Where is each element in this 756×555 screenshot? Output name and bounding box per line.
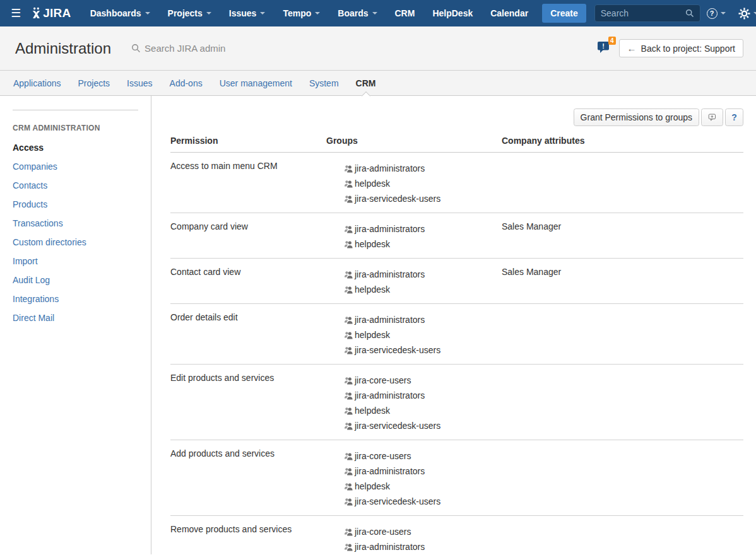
help-button[interactable]: ?	[725, 108, 743, 126]
sidebar-item-products[interactable]: Products	[13, 195, 138, 214]
group-icon	[344, 225, 353, 234]
sidebar-item-audit-log[interactable]: Audit Log	[13, 271, 138, 289]
nav-item-label: Projects	[168, 8, 203, 18]
table-row: Company card viewjira-administratorshelp…	[170, 213, 743, 259]
group-icon	[344, 467, 353, 476]
nav-item-dashboards[interactable]: Dashboards	[81, 0, 159, 26]
group-icon	[344, 527, 353, 537]
tab-applications[interactable]: Applications	[13, 78, 61, 88]
group-item: jira-administrators	[326, 464, 502, 479]
group-icon	[344, 421, 353, 431]
navbar-search[interactable]	[594, 4, 700, 22]
column-header-company-attributes: Company attributes	[502, 132, 743, 153]
hamburger-icon[interactable]: ☰	[0, 0, 31, 26]
create-button[interactable]: Create	[542, 4, 586, 23]
group-name: jira-administrators	[355, 269, 425, 279]
group-item: helpdesk	[326, 282, 502, 297]
sidebar-item-import[interactable]: Import	[13, 252, 138, 271]
groups-cell: jira-core-usersjira-administratorshelpde…	[326, 365, 502, 440]
group-item: jira-core-users	[326, 524, 502, 539]
nav-item-crm[interactable]: CRM	[386, 0, 424, 26]
jira-logo-mark-icon	[31, 7, 42, 20]
left-arrow-icon: ←	[627, 43, 637, 54]
permissions-table: Permission Groups Company attributes Acc…	[170, 132, 743, 555]
sidebar-item-transactions[interactable]: Transactions	[13, 214, 138, 233]
back-to-project-label: Back to project: Support	[641, 44, 735, 54]
company-attributes-cell	[502, 440, 743, 516]
group-name: jira-servicedesk-users	[355, 345, 440, 355]
tab-add-ons[interactable]: Add-ons	[170, 78, 203, 88]
group-name: jira-servicedesk-users	[355, 496, 440, 506]
group-icon	[344, 391, 353, 400]
sidebar-item-access[interactable]: Access	[13, 138, 138, 157]
tab-projects[interactable]: Projects	[78, 78, 110, 88]
gear-icon	[738, 8, 750, 20]
svg-text:!: !	[602, 42, 605, 50]
caret-down-icon	[315, 12, 320, 15]
group-item: helpdesk	[326, 176, 502, 191]
group-item: helpdesk	[326, 237, 502, 252]
groups-cell: jira-core-usersjira-administratorshelpde…	[326, 516, 502, 555]
navbar-menu: DashboardsProjectsIssuesTempoBoardsCRMHe…	[81, 0, 537, 26]
company-attributes-cell: Sales Manager	[502, 259, 743, 304]
permission-cell: Remove products and services	[170, 516, 326, 555]
group-name: helpdesk	[355, 284, 390, 295]
permission-cell: Contact card view	[170, 259, 326, 304]
sidebar-item-custom-directories[interactable]: Custom directories	[13, 233, 138, 252]
caret-down-icon	[145, 12, 150, 15]
admin-search-input[interactable]	[145, 43, 346, 54]
group-item: jira-servicedesk-users	[326, 494, 502, 509]
table-row: Edit products and servicesjira-core-user…	[170, 365, 743, 440]
group-name: jira-administrators	[355, 390, 425, 400]
back-to-project-button[interactable]: ← Back to project: Support	[619, 39, 743, 57]
search-icon	[131, 44, 141, 53]
tab-system[interactable]: System	[309, 78, 339, 88]
permission-cell: Order details edit	[170, 304, 326, 365]
group-name: jira-servicedesk-users	[355, 421, 440, 431]
jira-logo-text: JIRA	[43, 6, 71, 20]
group-icon	[344, 542, 353, 552]
nav-item-issues[interactable]: Issues	[220, 0, 275, 26]
group-name: helpdesk	[355, 239, 390, 249]
admin-search[interactable]	[131, 43, 597, 54]
group-item: jira-servicedesk-users	[326, 418, 502, 433]
nav-item-projects[interactable]: Projects	[159, 0, 220, 26]
caret-down-icon	[753, 12, 756, 15]
group-icon	[344, 179, 353, 189]
help-menu[interactable]: ?	[700, 8, 732, 19]
table-row: Order details editjira-administratorshel…	[170, 304, 743, 365]
nav-item-tempo[interactable]: Tempo	[274, 0, 329, 26]
tab-user-management[interactable]: User management	[220, 78, 292, 88]
sidebar-item-companies[interactable]: Companies	[13, 157, 138, 176]
sidebar-item-contacts[interactable]: Contacts	[13, 176, 138, 195]
nav-item-label: Boards	[338, 8, 368, 18]
nav-item-label: Dashboards	[90, 8, 141, 18]
nav-item-label: Issues	[229, 8, 257, 18]
sidebar-item-integrations[interactable]: Integrations	[13, 289, 138, 308]
nav-item-label: Tempo	[283, 8, 311, 18]
tab-crm[interactable]: CRM	[356, 78, 376, 88]
group-icon	[344, 482, 353, 491]
nav-item-boards[interactable]: Boards	[329, 0, 386, 26]
page-title: Administration	[15, 40, 111, 57]
grant-permissions-button[interactable]: Grant Permissions to groups	[574, 108, 699, 126]
groups-cell: jira-administratorshelpdeskjira-serviced…	[326, 304, 502, 365]
nav-item-calendar[interactable]: Calendar	[481, 0, 537, 26]
group-name: helpdesk	[355, 330, 390, 340]
sidebar-heading: CRM ADMINISTRATION	[13, 124, 138, 132]
group-name: jira-administrators	[355, 224, 425, 234]
notification-bubble-icon[interactable]: ! 4	[597, 40, 611, 56]
feedback-bubble-plus-button[interactable]	[701, 108, 723, 126]
group-icon	[344, 497, 353, 506]
notification-count-badge: 4	[608, 37, 616, 45]
settings-menu[interactable]	[732, 8, 756, 20]
group-name: jira-core-users	[355, 375, 411, 385]
caret-down-icon	[260, 12, 265, 15]
jira-logo[interactable]: JIRA	[31, 6, 71, 20]
navbar-search-input[interactable]	[601, 8, 685, 18]
sidebar-item-direct-mail[interactable]: Direct Mail	[13, 308, 138, 327]
nav-item-label: Calendar	[490, 8, 528, 18]
nav-item-helpdesk[interactable]: HelpDesk	[423, 0, 481, 26]
tab-issues[interactable]: Issues	[127, 78, 152, 88]
group-name: jira-administrators	[355, 466, 425, 476]
